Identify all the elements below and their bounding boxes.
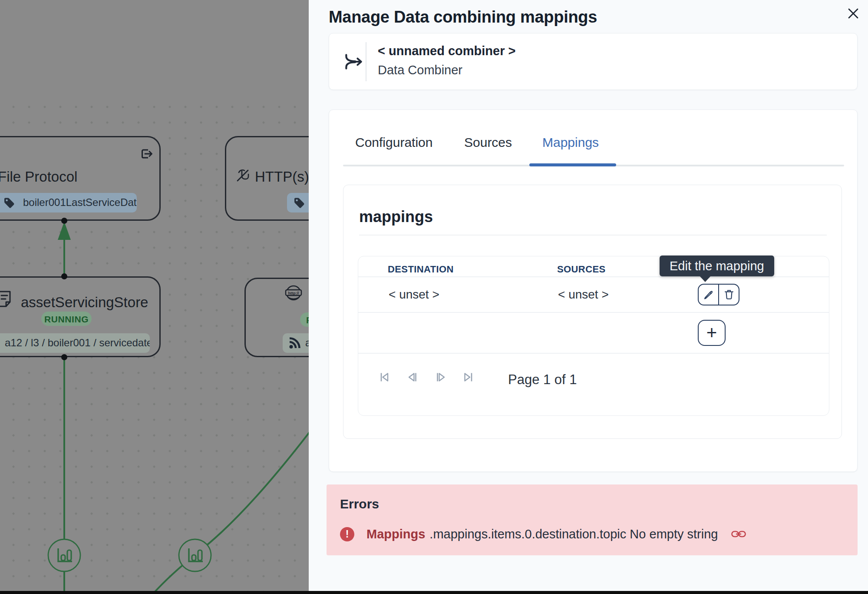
- errors-box: Errors ! Mappings .mappings.items.0.dest…: [327, 484, 858, 555]
- metrics-observer-icon[interactable]: [179, 539, 211, 571]
- error-link-button[interactable]: [731, 528, 746, 541]
- divider: [359, 235, 827, 236]
- delete-mapping-button[interactable]: [719, 285, 739, 305]
- page-indicator: Page 1 of 1: [508, 372, 577, 388]
- tag-icon: [293, 197, 305, 209]
- next-page-icon: [435, 371, 447, 383]
- tooltip-caret: [700, 276, 711, 282]
- edit-mapping-tooltip: Edit the mapping: [660, 256, 774, 276]
- combiner-summary-card: < unnamed combiner > Data Combiner: [329, 33, 858, 90]
- node-title: assetServicingStore: [21, 294, 148, 311]
- first-page-button[interactable]: [378, 371, 391, 384]
- tab-active-indicator: [529, 163, 616, 166]
- mappings-heading: mappings: [359, 208, 433, 226]
- svg-text:http://: http://: [288, 291, 299, 295]
- cell-sources: < unset >: [558, 288, 609, 302]
- manage-mappings-panel: Manage Data combining mappings < unnamed…: [309, 0, 868, 594]
- errors-heading: Errors: [340, 497, 379, 511]
- edit-mapping-button[interactable]: [699, 285, 719, 305]
- tab-configuration[interactable]: Configuration: [355, 135, 432, 150]
- error-message: .mappings.items.0.destination.topic No e…: [429, 527, 718, 541]
- mappings-section: mappings DESTINATION SOURCES < unset > <…: [343, 185, 842, 439]
- data-combiner-icon: [342, 51, 364, 73]
- column-header-destination: DESTINATION: [388, 264, 454, 275]
- window-bottom-edge: [0, 591, 868, 594]
- metrics-observer-icon[interactable]: [48, 539, 80, 571]
- trash-icon: [724, 289, 734, 300]
- node-asset-servicing-store[interactable]: assetServicingStore RUNNING a12 / l3 / b…: [0, 276, 161, 357]
- flow-canvas[interactable]: File Protocol boiler001LastServiceDate H…: [0, 0, 309, 594]
- document-icon: [0, 290, 13, 308]
- http-globe-icon: http://: [285, 284, 302, 302]
- node-file-protocol[interactable]: File Protocol boiler001LastServiceDate: [0, 136, 161, 221]
- tag-icon: [3, 197, 15, 209]
- topic-chip-label: a: [305, 337, 309, 349]
- error-alert-icon: !: [340, 527, 354, 541]
- port-output[interactable]: [61, 273, 67, 279]
- error-source: Mappings: [366, 527, 425, 541]
- row-actions: [698, 284, 739, 305]
- divider: [358, 353, 829, 354]
- node-http-adapter[interactable]: HTTP(s) c: [225, 136, 309, 221]
- combiner-type: Data Combiner: [378, 63, 462, 77]
- tooltip-label: Edit the mapping: [670, 259, 764, 273]
- combiner-editor-card: Configuration Sources Mappings mappings …: [329, 110, 858, 472]
- previous-page-button[interactable]: [406, 371, 419, 384]
- pagination: Page 1 of 1: [358, 368, 829, 398]
- first-page-icon: [379, 371, 391, 383]
- topic-chip-label: boiler001LastServiceDate: [23, 196, 137, 209]
- add-mapping-button[interactable]: +: [698, 320, 726, 346]
- node-title: HTTP(s) c: [255, 169, 309, 185]
- link-icon: [731, 528, 746, 540]
- port-input[interactable]: [61, 218, 67, 224]
- topic-chip: [287, 193, 309, 212]
- pencil-icon: [703, 289, 714, 300]
- status-badge: RUNNING: [41, 312, 92, 326]
- column-header-sources: SOURCES: [557, 264, 606, 275]
- last-page-button[interactable]: [462, 371, 475, 384]
- topic-chip: boiler001LastServiceDate: [0, 193, 137, 212]
- panel-title: Manage Data combining mappings: [329, 8, 597, 27]
- node-title: File Protocol: [0, 169, 77, 185]
- mappings-table: DESTINATION SOURCES < unset > < unset >: [358, 256, 829, 416]
- previous-page-icon: [406, 371, 419, 383]
- port-output[interactable]: [61, 354, 67, 360]
- divider: [358, 276, 829, 277]
- node-bridge[interactable]: http:// RUNNING a: [244, 278, 309, 357]
- close-icon: [845, 6, 861, 21]
- next-page-button[interactable]: [434, 371, 447, 384]
- combiner-name: < unnamed combiner >: [378, 44, 515, 58]
- topic-chip: a12 / l3 / boiler001 / servicedate: [0, 333, 150, 353]
- rss-icon: [288, 337, 301, 350]
- tab-sources[interactable]: Sources: [464, 135, 512, 150]
- http-adapter-icon: [236, 168, 250, 183]
- divider: [366, 42, 366, 81]
- topic-chip-label: a12 / l3 / boiler001 / servicedate: [5, 337, 150, 349]
- cell-destination: < unset >: [389, 288, 439, 302]
- topic-chip: a: [283, 333, 309, 353]
- divider: [358, 312, 829, 313]
- last-page-icon: [462, 371, 474, 383]
- export-icon: [139, 147, 153, 161]
- status-badge: RUNNING: [300, 312, 309, 327]
- error-item: ! Mappings .mappings.items.0.destination…: [340, 527, 746, 541]
- tab-mappings[interactable]: Mappings: [542, 135, 599, 150]
- edge-arrowhead: [58, 222, 71, 240]
- close-button[interactable]: [844, 4, 863, 23]
